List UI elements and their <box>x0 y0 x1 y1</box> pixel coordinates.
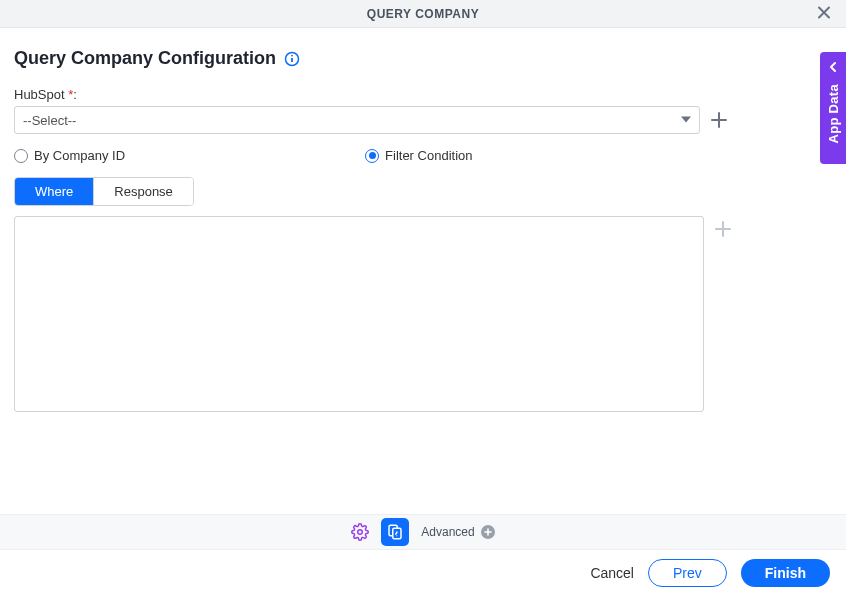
where-conditions-box[interactable] <box>14 216 704 412</box>
hubspot-select-value: --Select-- <box>23 113 76 128</box>
dialog-header: QUERY COMPANY <box>0 0 846 28</box>
radio-filter-condition-label: Filter Condition <box>385 148 472 163</box>
prev-button[interactable]: Prev <box>648 559 727 587</box>
app-data-panel-toggle[interactable]: App Data <box>820 52 846 164</box>
gear-icon[interactable] <box>351 523 369 541</box>
dialog-title: QUERY COMPANY <box>367 7 479 21</box>
tab-response[interactable]: Response <box>94 178 193 205</box>
hubspot-label: HubSpot *: <box>14 87 832 102</box>
svg-point-4 <box>291 54 293 56</box>
page-title: Query Company Configuration <box>14 48 276 69</box>
where-panel-row <box>14 216 832 412</box>
finish-button[interactable]: Finish <box>741 559 830 587</box>
svg-point-14 <box>397 535 398 536</box>
help-button[interactable] <box>381 518 409 546</box>
hubspot-label-text: HubSpot <box>14 87 65 102</box>
radio-by-company-id-label: By Company ID <box>34 148 125 163</box>
radio-circle-selected-icon <box>365 149 379 163</box>
app-data-label: App Data <box>826 84 841 143</box>
add-hubspot-button[interactable] <box>710 111 728 129</box>
chevron-left-icon <box>827 60 839 76</box>
hubspot-select[interactable]: --Select-- <box>14 106 700 134</box>
info-icon[interactable] <box>284 51 300 67</box>
advanced-toggle[interactable]: Advanced <box>421 525 494 539</box>
cancel-button[interactable]: Cancel <box>590 565 634 581</box>
dialog-content: Query Company Configuration HubSpot *: -… <box>0 28 846 412</box>
svg-marker-5 <box>681 117 691 123</box>
tabbar: Where Response <box>14 177 194 206</box>
tab-where[interactable]: Where <box>15 178 94 205</box>
close-icon[interactable] <box>816 4 832 23</box>
radio-filter-condition[interactable]: Filter Condition <box>365 148 472 163</box>
query-mode-radios: By Company ID Filter Condition <box>14 148 832 163</box>
radio-circle-icon <box>14 149 28 163</box>
radio-by-company-id[interactable]: By Company ID <box>14 148 125 163</box>
plus-circle-icon <box>481 525 495 539</box>
footer-bar: Cancel Prev Finish <box>0 550 846 596</box>
hubspot-select-row: --Select-- <box>14 106 832 134</box>
page-title-row: Query Company Configuration <box>14 48 832 69</box>
bottom-toolbar: Advanced <box>0 514 846 550</box>
svg-point-10 <box>358 530 363 535</box>
advanced-label: Advanced <box>421 525 474 539</box>
add-condition-button[interactable] <box>714 220 732 238</box>
chevron-down-icon <box>681 113 691 128</box>
